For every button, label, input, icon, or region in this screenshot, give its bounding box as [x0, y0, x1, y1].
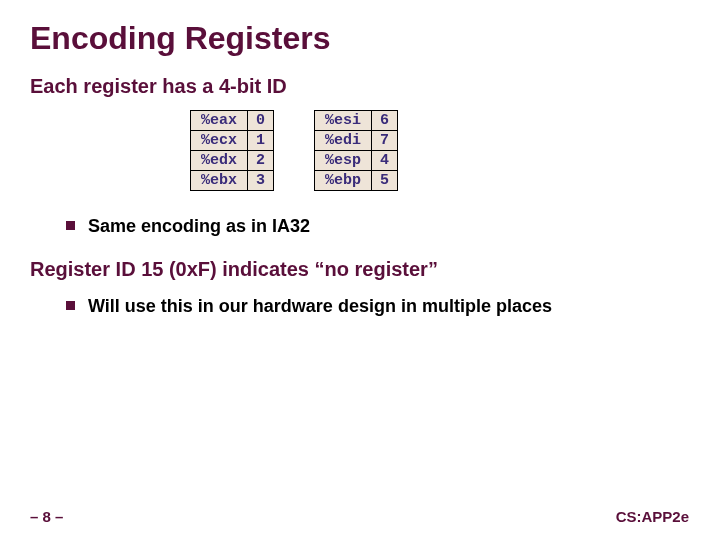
page-number: – 8 –	[30, 508, 63, 525]
id-cell: 6	[372, 111, 398, 131]
id-cell: 3	[248, 171, 274, 191]
bullet-list-2: Will use this in our hardware design in …	[66, 293, 689, 320]
reg-cell: %edi	[315, 131, 372, 151]
table-row: %edx 2	[191, 151, 274, 171]
reg-cell: %ebx	[191, 171, 248, 191]
id-cell: 4	[372, 151, 398, 171]
id-cell: 2	[248, 151, 274, 171]
table-row: %esp 4	[315, 151, 398, 171]
page-title: Encoding Registers	[30, 20, 689, 57]
table-row: %ecx 1	[191, 131, 274, 151]
table-row: %ebp 5	[315, 171, 398, 191]
table-row: %ebx 3	[191, 171, 274, 191]
subhead-1: Each register has a 4-bit ID	[30, 75, 689, 98]
bullet-list-1: Same encoding as in IA32	[66, 213, 689, 240]
reg-cell: %esp	[315, 151, 372, 171]
footer: – 8 – CS:APP2e	[30, 508, 689, 525]
subhead-2: Register ID 15 (0xF) indicates “no regis…	[30, 258, 689, 281]
id-cell: 5	[372, 171, 398, 191]
bullet-item: Will use this in our hardware design in …	[66, 293, 689, 320]
table-row: %esi 6	[315, 111, 398, 131]
id-cell: 1	[248, 131, 274, 151]
reg-cell: %ebp	[315, 171, 372, 191]
register-table-right: %esi 6 %edi 7 %esp 4 %ebp 5	[314, 110, 398, 191]
id-cell: 0	[248, 111, 274, 131]
reg-cell: %edx	[191, 151, 248, 171]
table-row: %eax 0	[191, 111, 274, 131]
reg-cell: %eax	[191, 111, 248, 131]
slide: Encoding Registers Each register has a 4…	[0, 0, 719, 539]
reg-cell: %ecx	[191, 131, 248, 151]
bullet-item: Same encoding as in IA32	[66, 213, 689, 240]
table-row: %edi 7	[315, 131, 398, 151]
course-tag: CS:APP2e	[616, 508, 689, 525]
register-table-left: %eax 0 %ecx 1 %edx 2 %ebx 3	[190, 110, 274, 191]
register-tables: %eax 0 %ecx 1 %edx 2 %ebx 3 %esi 6 %edi	[190, 110, 689, 191]
reg-cell: %esi	[315, 111, 372, 131]
id-cell: 7	[372, 131, 398, 151]
